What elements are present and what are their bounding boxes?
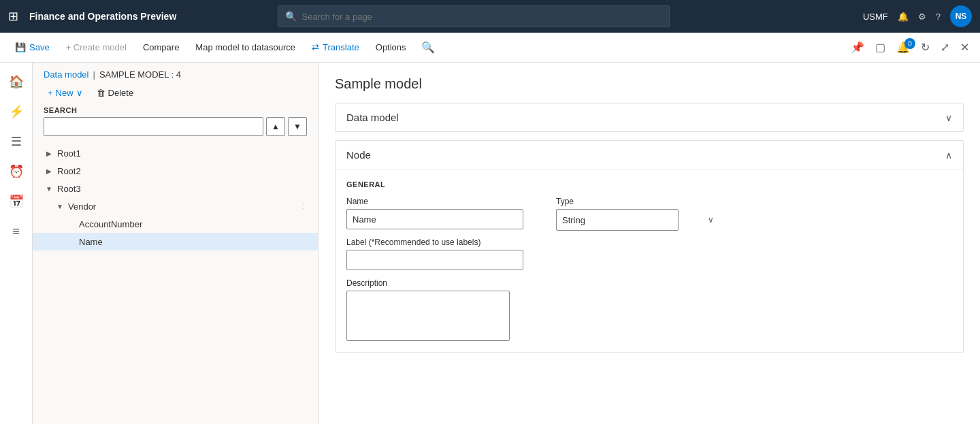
view-icon[interactable]: ▢ xyxy=(872,38,888,56)
new-button[interactable]: + New ∨ xyxy=(44,85,87,101)
page-title: Sample model xyxy=(335,76,964,92)
new-dropdown-icon[interactable]: ∨ xyxy=(76,88,83,98)
close-icon[interactable]: ✕ xyxy=(958,38,972,56)
pin-icon[interactable]: 📌 xyxy=(848,38,867,56)
global-search-bar[interactable]: 🔍 xyxy=(278,5,670,27)
name-field-label: Name xyxy=(346,197,523,206)
delete-label: Delete xyxy=(108,88,134,98)
settings-icon[interactable]: ⚙ xyxy=(918,12,926,22)
options-label: Options xyxy=(376,42,406,52)
save-icon: 💾 xyxy=(15,42,26,52)
new-label: New xyxy=(56,88,74,98)
open-in-new-icon[interactable]: ⤢ xyxy=(938,38,952,56)
tree-item-root3[interactable]: ▼ Root3 xyxy=(33,180,318,197)
delete-button[interactable]: 🗑 Delete xyxy=(93,85,138,101)
description-label: Description xyxy=(346,278,523,288)
expand-icon-vendor[interactable]: ▼ xyxy=(54,201,65,212)
save-label: Save xyxy=(29,42,50,52)
fields-layout: Name Label (*Recommended to use labels) … xyxy=(346,197,952,341)
right-panel: Sample model Data model ∨ Node ∧ GENERAL xyxy=(318,63,980,424)
create-model-label: + Create model xyxy=(66,42,127,52)
expand-icon-root3[interactable]: ▼ xyxy=(44,183,54,194)
resize-hint: ⋮ xyxy=(299,202,307,211)
search-down-button[interactable]: ▼ xyxy=(288,117,307,136)
name-field-input[interactable] xyxy=(346,209,523,229)
expand-icon-root2[interactable]: ▶ xyxy=(44,165,54,176)
type-select[interactable]: String Integer Real Date DateTime Boolea… xyxy=(556,209,679,231)
help-icon[interactable]: ? xyxy=(936,12,941,22)
top-bar-right: USMF 🔔 ⚙ ? NS xyxy=(863,5,972,27)
node-label: Node xyxy=(346,149,371,161)
refresh-icon[interactable]: ↻ xyxy=(918,38,932,56)
tree-item-accountnumber[interactable]: ▶ AccountNumber xyxy=(33,215,318,233)
filter-icon-btn[interactable]: ⚡ xyxy=(3,98,30,125)
tree-item-label-root1: Root1 xyxy=(57,148,81,159)
translate-button[interactable]: ⇄ Translate xyxy=(305,39,366,55)
node-header[interactable]: Node ∧ xyxy=(336,141,963,169)
right-fields: Type String Integer Real Date DateTime B… xyxy=(556,197,719,231)
label-field-group: Label (*Recommended to use labels) xyxy=(346,238,523,270)
node-section: Node ∧ GENERAL Name Label (*Recommended … xyxy=(335,140,964,353)
list-icon-btn[interactable]: ≡ xyxy=(3,218,30,245)
tree-item-name[interactable]: ▶ Name xyxy=(33,233,318,250)
save-button[interactable]: 💾 Save xyxy=(8,39,56,55)
notification-icon[interactable]: 🔔 xyxy=(898,12,909,22)
avatar[interactable]: NS xyxy=(950,5,972,27)
label-field-label: Label (*Recommended to use labels) xyxy=(346,238,523,247)
tree-item-vendor[interactable]: ▼ Vendor ⋮ xyxy=(33,197,318,215)
map-label: Map model to datasource xyxy=(195,42,295,52)
tree-item-root2[interactable]: ▶ Root2 xyxy=(33,162,318,180)
breadcrumb-current: SAMPLE MODEL : 4 xyxy=(99,69,181,80)
main-layout: 🏠 ⚡ ☰ ⏰ 📅 ≡ Data model | SAMPLE MODEL : … xyxy=(0,63,980,424)
type-label: Type xyxy=(556,197,719,206)
translate-label: Translate xyxy=(323,42,359,52)
tree-item-root1[interactable]: ▶ Root1 xyxy=(33,144,318,162)
search-icon: 🔍 xyxy=(285,11,297,22)
toolbar-search-icon[interactable]: 🔍 xyxy=(421,41,435,54)
app-title: Finance and Operations Preview xyxy=(29,11,176,22)
data-model-label: Data model xyxy=(346,112,399,123)
toolbar-right-icons: 📌 ▢ 🔔 0 ↻ ⤢ ✕ xyxy=(848,38,972,56)
node-content: GENERAL Name Label (*Recommended to use … xyxy=(336,169,963,352)
description-textarea[interactable] xyxy=(346,291,510,341)
tree-item-label-name: Name xyxy=(79,237,103,247)
icon-sidebar: 🏠 ⚡ ☰ ⏰ 📅 ≡ xyxy=(0,63,33,424)
translate-icon: ⇄ xyxy=(312,42,319,52)
description-field-group: Description xyxy=(346,278,523,341)
left-search-section: SEARCH ▲ ▼ xyxy=(33,106,318,142)
breadcrumb-separator: | xyxy=(93,69,95,80)
home-icon-btn[interactable]: 🏠 xyxy=(3,68,30,95)
delete-icon: 🗑 xyxy=(97,88,105,98)
clock-icon-btn[interactable]: ⏰ xyxy=(3,158,30,185)
search-label: SEARCH xyxy=(44,106,307,114)
search-up-button[interactable]: ▲ xyxy=(266,117,285,136)
top-bar: ⊞ Finance and Operations Preview 🔍 USMF … xyxy=(0,0,980,33)
tree-search-input[interactable] xyxy=(44,117,263,136)
breadcrumb-link[interactable]: Data model xyxy=(44,69,88,80)
map-button[interactable]: Map model to datasource xyxy=(189,39,302,55)
options-button[interactable]: Options xyxy=(369,39,413,55)
menu-icon-btn[interactable]: ☰ xyxy=(3,128,30,155)
type-field-group: Type String Integer Real Date DateTime B… xyxy=(556,197,719,231)
global-search-input[interactable] xyxy=(302,12,662,22)
data-model-header[interactable]: Data model ∨ xyxy=(336,103,963,131)
data-model-chevron: ∨ xyxy=(945,112,952,123)
calendar-icon-btn[interactable]: 📅 xyxy=(3,188,30,215)
notification-badge: 0 xyxy=(904,38,915,49)
node-chevron: ∧ xyxy=(945,150,952,161)
compare-label: Compare xyxy=(143,42,179,52)
notifications-badge-btn[interactable]: 🔔 0 xyxy=(894,41,913,54)
search-row: ▲ ▼ xyxy=(44,117,307,136)
create-model-button[interactable]: + Create model xyxy=(59,39,133,55)
data-model-section: Data model ∨ xyxy=(335,103,964,132)
tree-item-label-root3: Root3 xyxy=(57,184,81,194)
compare-button[interactable]: Compare xyxy=(136,39,186,55)
grid-icon[interactable]: ⊞ xyxy=(8,9,18,24)
left-panel: Data model | SAMPLE MODEL : 4 + New ∨ 🗑 … xyxy=(33,63,318,424)
label-field-input[interactable] xyxy=(346,250,523,270)
left-fields: Name Label (*Recommended to use labels) … xyxy=(346,197,523,341)
tree-item-label-root2: Root2 xyxy=(57,166,81,176)
user-company: USMF xyxy=(863,12,888,22)
expand-icon-root1[interactable]: ▶ xyxy=(44,148,54,159)
type-select-wrapper: String Integer Real Date DateTime Boolea… xyxy=(556,209,719,231)
